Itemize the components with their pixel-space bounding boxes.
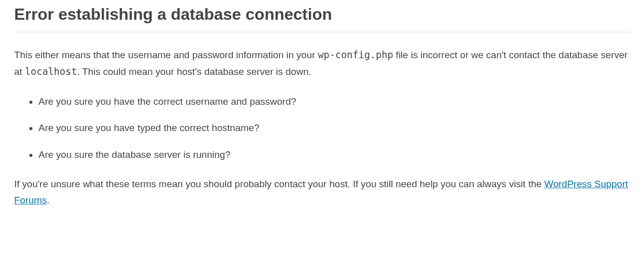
intro-text-3: . This could mean your host's database s… — [77, 66, 311, 77]
list-item: Are you sure the database server is runn… — [38, 148, 630, 162]
troubleshoot-list: Are you sure you have the correct userna… — [14, 95, 630, 162]
error-page: Error establishing a database connection… — [0, 5, 644, 209]
footer-text-2: . — [47, 195, 49, 205]
config-file-code: wp-config.php — [318, 49, 393, 60]
db-host-code: localhost — [25, 66, 77, 77]
intro-text-1: This either means that the username and … — [14, 50, 318, 60]
footer-paragraph: If you're unsure what these terms mean y… — [14, 176, 630, 209]
list-item: Are you sure you have typed the correct … — [38, 121, 630, 136]
intro-paragraph: This either means that the username and … — [14, 47, 630, 80]
footer-text-1: If you're unsure what these terms mean y… — [14, 179, 544, 189]
error-heading: Error establishing a database connection — [14, 5, 630, 32]
list-item: Are you sure you have the correct userna… — [38, 95, 630, 109]
